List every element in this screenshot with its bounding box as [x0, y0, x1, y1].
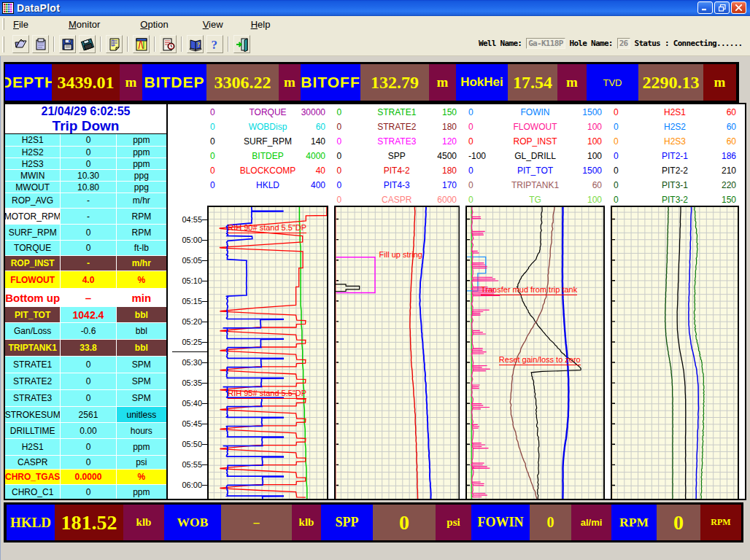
plot-note-icon: [134, 37, 149, 52]
top-band-unit-bitoff: m: [429, 64, 456, 101]
notebook-icon: [34, 37, 48, 52]
scale-max-pit3-1: 220: [692, 178, 736, 192]
top-band-label-depth: DEPTH: [5, 64, 52, 101]
menu-option[interactable]: Option: [140, 18, 168, 31]
minimize-button[interactable]: [697, 1, 713, 14]
menu-file[interactable]: File: [13, 18, 28, 31]
top-band-unit-hokhei: m: [557, 64, 587, 101]
scale-max-pit_tot: 1500: [558, 163, 602, 178]
sensor-value: 1042.4: [61, 306, 115, 322]
exit-door-button[interactable]: [233, 35, 250, 53]
well-name-label: Well Name:: [479, 39, 522, 48]
chart-annotation: Transfer mud from trip tank: [481, 285, 577, 295]
bottom-band-label-spp: SPP: [321, 505, 373, 540]
sensor-name: STRATE3: [5, 389, 60, 406]
report-note-icon: [107, 37, 122, 52]
time-axis-label: 05:55: [173, 460, 202, 469]
close-button[interactable]: [731, 1, 746, 14]
scale-max-strate1: 150: [413, 105, 457, 120]
sensor-unit: hours: [117, 422, 166, 438]
sensor-row-chro-c1-23: CHRO_C10ppm: [5, 484, 166, 499]
chart-area: 0TORQUE300000WOBDisp600SURF_RPM1400BITDE…: [169, 104, 745, 499]
help-book-button[interactable]: ?: [187, 35, 204, 53]
sensor-name: Gan/Loss: [5, 322, 60, 339]
sensor-value: 0: [61, 484, 115, 499]
menu-items: FileMonitorOptionViewHelp: [13, 18, 270, 31]
top-band-value-hokhei: 17.54: [508, 64, 557, 101]
scale-max-strate3: 120: [413, 134, 457, 149]
scale-max-hkld: 400: [282, 178, 325, 192]
menubar-grip[interactable]: [2, 18, 4, 30]
help-question-button[interactable]: ?: [206, 35, 223, 53]
chart-annotation: Reset gain/loss to zero: [499, 355, 581, 365]
scale-max-h2s1: 60: [692, 105, 736, 120]
bottom-band-value-rpm: 0: [657, 505, 700, 540]
dataplot-application-window: {"window":{"title":"DataPlot","buttons":…: [0, 0, 750, 560]
diskette-icon: [80, 37, 95, 52]
sensor-unit: ppm: [117, 484, 166, 499]
sensor-row-mwin-3: MWIN10.30ppg: [5, 169, 166, 181]
sensor-value: –: [61, 288, 115, 306]
well-name-field[interactable]: Ga-K118P: [526, 38, 565, 49]
sensor-name: MWIN: [5, 169, 60, 181]
sensor-value: 10.30: [61, 169, 115, 181]
hole-name-field[interactable]: 26: [617, 38, 630, 49]
sensor-name: CHRO_TGAS: [5, 469, 60, 484]
sensor-row-flowout-10: FLOWOUT4.0%: [5, 271, 166, 288]
top-band-unit-depth: m: [120, 64, 142, 101]
toolbar-separator: [127, 36, 128, 52]
restore-button[interactable]: [714, 1, 730, 14]
scale-max-rop_inst: 100: [558, 134, 602, 149]
sensor-value: 0: [61, 455, 115, 469]
sensor-unit: %: [117, 271, 166, 288]
close-icon: [735, 4, 742, 11]
time-axis-label: 06:00: [173, 481, 202, 489]
window-title: DataPlot: [17, 2, 60, 14]
sensor-row-pit-tot-12: PIT_TOT1042.4bbl: [5, 306, 166, 322]
report-note-button[interactable]: [106, 35, 123, 53]
time-axis-label: 05:20: [173, 317, 202, 326]
time-axis-label: 05:30: [173, 358, 202, 367]
plot-note-button[interactable]: [133, 35, 150, 53]
sensor-unit: SPM: [117, 389, 166, 406]
bottom-band-unit-wob: klb: [292, 505, 321, 540]
sensor-unit: m/hr: [117, 192, 166, 208]
sensor-unit: RPM: [117, 208, 166, 224]
svg-text:?: ?: [197, 42, 200, 48]
sensor-value: 33.8: [61, 339, 115, 356]
scale-max-strate2: 180: [413, 120, 457, 134]
save-floppy-button[interactable]: [59, 35, 76, 53]
diskette-button[interactable]: [79, 35, 96, 53]
alarm-note-button[interactable]: [160, 35, 177, 53]
sensor-value: 10.80: [61, 181, 115, 192]
toolbar-separator: [181, 36, 182, 52]
scale-max-pit4-2: 180: [413, 163, 457, 178]
scale-max-wobdisp: 60: [282, 120, 325, 134]
menu-monitor[interactable]: Monitor: [69, 18, 100, 31]
scale-max-tg: 100: [558, 192, 602, 207]
sensor-unit: SPM: [117, 356, 166, 373]
alarm-note-icon: [161, 37, 176, 52]
time-axis-label: 05:10: [173, 276, 202, 285]
sensor-value: 0: [61, 438, 115, 455]
sensor-value: 0.00: [61, 422, 115, 438]
sensor-row-surf-rpm-7: SURF_RPM0RPM: [5, 224, 166, 240]
scale-max-surf_rpm: 140: [282, 134, 325, 149]
time-axis-label: 05:40: [173, 399, 202, 408]
toolbar-grip[interactable]: [2, 36, 4, 52]
menu-help[interactable]: Help: [251, 18, 271, 31]
sensor-name: DRILLTIME: [5, 422, 60, 438]
open-folder-button[interactable]: [12, 35, 29, 53]
menu-view[interactable]: View: [203, 18, 223, 31]
notebook-button[interactable]: [32, 35, 49, 53]
sensor-value: 0: [61, 146, 115, 158]
sensor-unit: ppg: [117, 181, 166, 192]
sensor-name: H2S1: [5, 438, 60, 455]
time-axis-label: 04:55: [173, 215, 202, 224]
time-axis-label: 05:25: [173, 338, 202, 346]
title-bar[interactable]: DataPlot: [0, 0, 750, 16]
toolbar-separator: [154, 36, 155, 52]
time-axis-label: 05:45: [173, 419, 202, 428]
sensor-name: H2S2: [5, 146, 60, 158]
sensor-name: FLOWOUT: [5, 271, 60, 288]
